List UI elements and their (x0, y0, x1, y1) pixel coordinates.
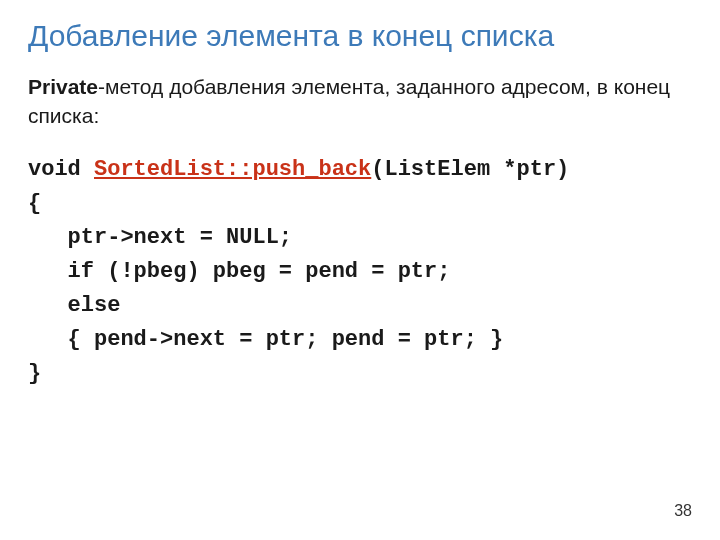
code-line-3: ptr->next = NULL; (28, 221, 692, 255)
code-line-1: void SortedList::push_back(ListElem *ptr… (28, 153, 692, 187)
slide-description: Private-метод добавления элемента, задан… (28, 72, 692, 131)
code-line-7: } (28, 357, 692, 391)
page-number: 38 (674, 502, 692, 520)
desc-bold: Private (28, 75, 98, 98)
code-line-4: if (!pbeg) pbeg = pend = ptr; (28, 255, 692, 289)
code-params: (ListElem *ptr) (371, 157, 569, 182)
slide-title: Добавление элемента в конец списка (28, 18, 692, 54)
code-line-5: else (28, 289, 692, 323)
code-keyword-void: void (28, 157, 94, 182)
code-block: void SortedList::push_back(ListElem *ptr… (28, 153, 692, 392)
code-method-name: SortedList::push_back (94, 157, 371, 182)
code-line-6: { pend->next = ptr; pend = ptr; } (28, 323, 692, 357)
code-line-2: { (28, 187, 692, 221)
desc-rest: -метод добавления элемента, заданного ад… (28, 75, 670, 127)
